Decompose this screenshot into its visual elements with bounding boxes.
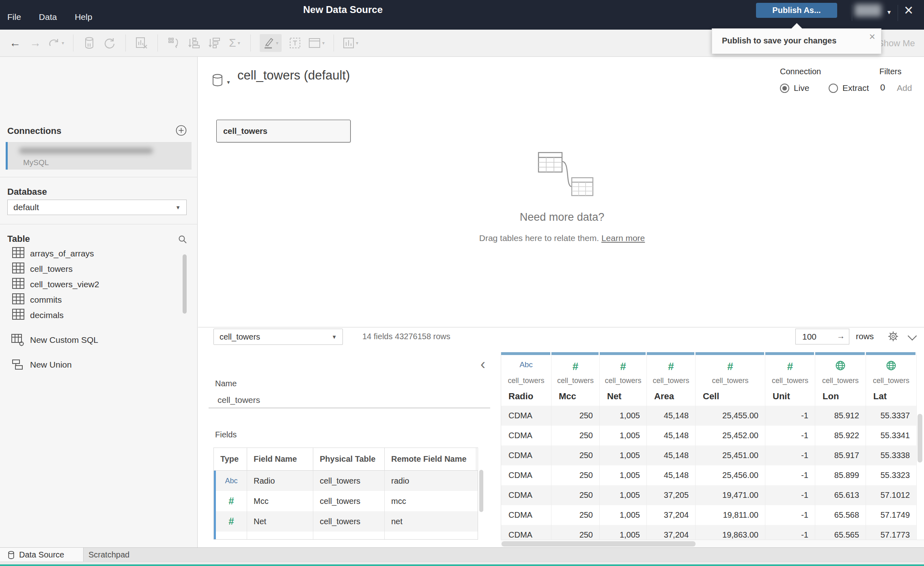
apply-rows-arrow-icon[interactable]: → — [837, 331, 845, 341]
grid-cell: 250 — [551, 406, 600, 426]
collapse-panel-icon[interactable]: ‹ — [480, 357, 485, 372]
table-item-arrays_of_arrays[interactable]: arrays_of_arrays — [0, 246, 198, 261]
grid-cell: CDMA — [501, 485, 551, 505]
data-source-icon[interactable] — [82, 34, 96, 52]
grid-column-header-net[interactable]: # cell_towers Net — [600, 352, 647, 406]
menu-bar: FileDataHelp — [7, 12, 92, 22]
grid-column-header-unit[interactable]: # cell_towers Unit — [765, 352, 815, 406]
caret-icon: ▾ — [62, 40, 64, 46]
search-icon[interactable] — [178, 235, 187, 246]
field-row-radio[interactable]: Abc Radio cell_towers radio — [214, 471, 478, 491]
text-label-icon[interactable] — [288, 34, 302, 52]
table-item-commits[interactable]: commits — [0, 292, 198, 308]
menu-data[interactable]: Data — [39, 12, 57, 22]
redo-icon[interactable]: ▾ — [49, 34, 64, 52]
connection-item[interactable]: MySQL — [6, 142, 192, 170]
back-icon[interactable]: ← — [8, 34, 22, 52]
related-tables-icon — [530, 151, 594, 200]
table-icon — [12, 309, 30, 322]
grid-column-header-area[interactable]: # cell_towers Area — [647, 352, 696, 406]
pause-auto-updates-icon[interactable] — [135, 34, 149, 52]
grid-cell: 45,148 — [647, 426, 696, 445]
avatar-caret-icon[interactable]: ▼ — [886, 9, 892, 15]
user-avatar[interactable] — [855, 4, 881, 17]
field-row-mcc[interactable]: # Mcc cell_towers mcc — [214, 491, 478, 511]
gear-icon[interactable] — [887, 330, 899, 344]
geo-type-icon — [835, 365, 846, 372]
table-item-cell_towers[interactable]: cell_towers — [0, 261, 198, 277]
table-item-decimals[interactable]: decimals — [0, 308, 198, 323]
grid-column-header-mcc[interactable]: # cell_towers Mcc — [551, 352, 600, 406]
preview-table-select[interactable]: cell_towers ▼ — [213, 329, 343, 345]
grid-row[interactable]: CDMA2501,00537,20519,471.00-165.61357.10… — [501, 485, 917, 505]
number-type-icon: # — [727, 360, 733, 372]
add-connection-icon[interactable] — [176, 125, 187, 138]
caret-icon: ▾ — [322, 40, 325, 46]
show-chart-icon[interactable]: ▾ — [343, 34, 358, 52]
grid-cell: 55.3338 — [866, 445, 917, 465]
grid-row[interactable]: CDMA2501,00537,20419,811.00-165.56857.17… — [501, 505, 917, 525]
grid-row[interactable]: CDMA2501,00537,20419,863.00-165.56557.17… — [501, 525, 917, 540]
new-custom-sql-button[interactable]: New Custom SQL — [0, 332, 98, 348]
grid-column-header-cell[interactable]: # cell_towers Cell — [696, 352, 765, 406]
column-source: cell_towers — [647, 377, 695, 385]
live-radio-group[interactable]: Live — [780, 83, 810, 93]
tooltip-close-icon[interactable]: × — [869, 30, 875, 43]
grid-cell: 85.922 — [815, 426, 866, 445]
sort-descending-icon[interactable] — [207, 34, 221, 52]
publish-as-button[interactable]: Publish As... — [756, 3, 837, 18]
field-row-net[interactable]: # Net cell_towers net — [214, 511, 478, 532]
extract-radio[interactable] — [829, 84, 838, 93]
grid-vertical-scrollbar[interactable] — [918, 414, 922, 463]
data-source-cylinder-icon[interactable] — [212, 74, 223, 88]
table-name-input[interactable]: cell_towers — [209, 392, 490, 408]
tab-scratchpad[interactable]: Scratchpad — [88, 548, 129, 562]
table-item-label: commits — [30, 295, 62, 305]
tab-data-source[interactable]: Data Source — [0, 548, 84, 562]
grid-cell: 250 — [551, 525, 600, 540]
new-union-button[interactable]: New Union — [0, 357, 72, 373]
grid-horizontal-scrollbar[interactable] — [502, 541, 696, 547]
grid-cell: 1,005 — [600, 426, 647, 445]
fields-label: Fields — [215, 430, 237, 439]
swap-icon[interactable] — [167, 34, 181, 52]
grid-row[interactable]: CDMA2501,00545,14825,456.00-185.89955.33… — [501, 465, 917, 485]
sidebar-scrollbar[interactable] — [183, 254, 187, 314]
remote-field-name: mcc — [385, 491, 476, 511]
fields-table-scrollbar[interactable] — [479, 470, 483, 512]
close-window-icon[interactable]: × — [904, 2, 913, 18]
connection-name-redacted — [19, 148, 153, 154]
column-name: Unit — [773, 391, 790, 402]
forward-icon[interactable]: → — [28, 34, 42, 52]
filters-add-button[interactable]: Add — [897, 83, 912, 93]
grid-cell: 65.568 — [815, 505, 866, 525]
title-caret-icon[interactable]: ▼ — [226, 80, 231, 85]
table-node-cell-towers[interactable]: cell_towers — [216, 120, 351, 142]
grid-row[interactable]: CDMA2501,00545,14825,452.00-185.92255.33… — [501, 426, 917, 445]
table-item-cell_towers_view2[interactable]: cell_towers_view2 — [0, 277, 198, 292]
highlight-icon[interactable]: ▾ — [260, 34, 282, 52]
status-accent-bar — [0, 564, 924, 566]
grid-row[interactable]: CDMA2501,00545,14825,455.00-185.91255.33… — [501, 406, 917, 426]
totals-icon[interactable]: Σ▾ — [228, 34, 241, 52]
menu-file[interactable]: File — [7, 12, 21, 22]
sort-ascending-icon[interactable] — [187, 34, 201, 52]
menu-help[interactable]: Help — [75, 12, 92, 22]
fit-icon[interactable]: ▾ — [308, 34, 325, 52]
grid-row[interactable]: CDMA2501,00545,14825,451.00-185.91755.33… — [501, 445, 917, 465]
grid-column-header-lon[interactable]: cell_towers Lon — [815, 352, 866, 406]
grid-column-header-lat[interactable]: cell_towers Lat — [866, 352, 917, 406]
grid-column-header-radio[interactable]: Abc cell_towers Radio — [501, 352, 551, 406]
extract-radio-group[interactable]: Extract — [829, 83, 869, 93]
database-select[interactable]: default ▼ — [7, 200, 187, 215]
show-me-button[interactable]: Show Me — [878, 30, 915, 57]
tooltip-text: Publish to save your changes — [722, 36, 836, 45]
live-label: Live — [794, 83, 810, 93]
number-type-icon: # — [787, 360, 793, 372]
toolbar-divider — [157, 34, 158, 52]
refresh-icon[interactable] — [103, 34, 116, 52]
toolbar-divider — [250, 34, 251, 52]
learn-more-link[interactable]: Learn more — [601, 233, 645, 243]
live-radio[interactable] — [780, 84, 789, 93]
grid-cell: CDMA — [501, 406, 551, 426]
